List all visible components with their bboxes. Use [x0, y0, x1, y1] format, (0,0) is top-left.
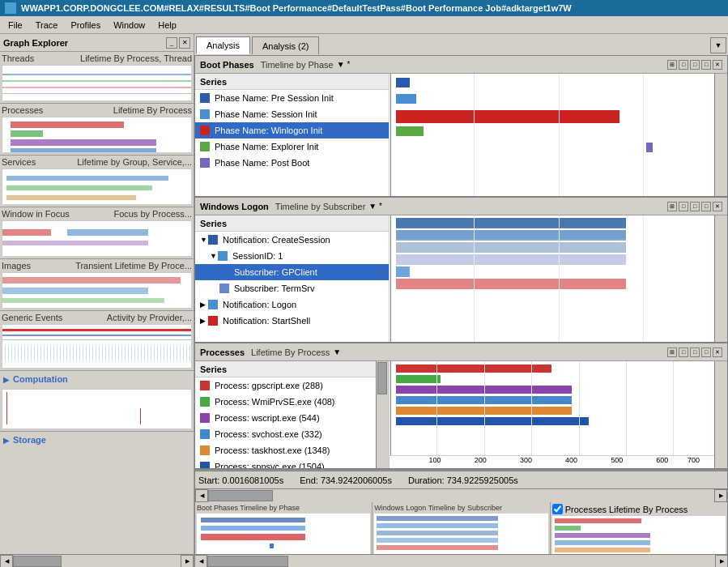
axis-400: 400 — [565, 456, 577, 464]
series-session-init[interactable]: Phase Name: Session Init — [195, 106, 389, 122]
storage-section-header[interactable]: ▶ Storage — [0, 432, 194, 448]
left-scroll-right[interactable]: ▶ — [181, 555, 194, 568]
left-panel-close[interactable]: ✕ — [179, 37, 190, 49]
wl-gpclient[interactable]: Subscriber: GPClient — [195, 264, 389, 280]
threads-graph[interactable] — [2, 65, 192, 101]
generic-events-graph[interactable] — [2, 324, 192, 369]
graph-panel-window-focus: Window in Focus Focus by Process... — [0, 207, 194, 259]
proc-svchost[interactable]: Process: svchost.exe (332) — [195, 426, 389, 442]
wl-ctrl4[interactable]: □ — [701, 202, 711, 211]
tab-analysis-2[interactable]: Analysis (2) — [252, 36, 319, 54]
proc-ctrl2[interactable]: □ — [679, 347, 688, 357]
minimap-scroll-thumb[interactable] — [207, 556, 288, 567]
chart-scroll-right[interactable]: ▶ — [714, 489, 727, 502]
termsrv-color — [219, 284, 229, 293]
chart-scroll-track[interactable] — [208, 489, 714, 502]
menu-trace[interactable]: Trace — [29, 19, 65, 32]
bp-ctrl3[interactable]: □ — [690, 60, 700, 70]
proc-ctrl4[interactable]: □ — [701, 347, 711, 357]
tab-action-btn[interactable]: ▼ — [710, 37, 726, 53]
status-duration: Duration: 734.9225925005s — [408, 475, 518, 485]
proc-series-scroll-thumb[interactable] — [377, 362, 387, 394]
tab-analysis[interactable]: Analysis — [196, 36, 250, 54]
proc-taskhost[interactable]: Process: taskhost.exe (1348) — [195, 442, 389, 458]
session-id-arrow[interactable]: ▼ — [210, 252, 218, 260]
left-panel-scrollbar[interactable]: ◀ ▶ — [0, 554, 194, 567]
bp-ctrl2[interactable]: □ — [679, 60, 688, 70]
axis-300: 300 — [520, 456, 532, 464]
wl-ctrl5[interactable]: ✕ — [713, 202, 722, 211]
minimap-scroll-right[interactable]: ▶ — [715, 555, 728, 568]
series-winlogon[interactable]: Phase Name: Winlogon Init — [195, 122, 389, 139]
proc-sppsvc[interactable]: Process: sppsvc.exe (1504) — [195, 458, 389, 468]
wl-logon[interactable]: ▶ Notification: Logon — [195, 296, 389, 313]
minimap-scrollbar[interactable]: ◀ ▶ — [194, 554, 728, 567]
left-scroll-left[interactable]: ◀ — [0, 555, 13, 568]
proc-ctrl5[interactable]: ✕ — [713, 347, 722, 357]
series-explorer-init[interactable]: Phase Name: Explorer Init — [195, 139, 389, 155]
services-graph[interactable] — [2, 168, 192, 205]
boot-phases-subtitle: Timeline by Phase — [261, 60, 334, 70]
series-post-boot[interactable]: Phase Name: Post Boot — [195, 155, 389, 171]
wl-ctrl1[interactable]: ⊞ — [667, 202, 677, 211]
storage-label: Storage — [13, 435, 46, 445]
window-focus-graph[interactable] — [2, 220, 192, 257]
minimap-proc-checkbox[interactable] — [552, 504, 563, 514]
windows-logon-vscroll[interactable] — [714, 215, 727, 342]
chart-scroll-thumb[interactable] — [208, 490, 273, 501]
proc-wmiprvse[interactable]: Process: WmiPrvSE.exe (408) — [195, 394, 389, 410]
startshell-arrow[interactable]: ▶ — [200, 317, 208, 325]
logon-arrow[interactable]: ▶ — [200, 301, 208, 309]
bp-ctrl5[interactable]: ✕ — [713, 60, 722, 70]
left-panel-minimize[interactable]: _ — [166, 37, 177, 49]
proc-gpscript[interactable]: Process: gpscript.exe (288) — [195, 377, 389, 394]
processes-vscroll[interactable] — [714, 361, 727, 468]
minimap-scroll-track[interactable] — [207, 555, 715, 568]
logon-label: Notification: Logon — [223, 300, 384, 309]
proc-ctrl1[interactable]: ⊞ — [667, 347, 677, 357]
wmiprvse-label: Process: WmiPrvSE.exe (408) — [215, 397, 384, 407]
menu-help[interactable]: Help — [151, 19, 183, 32]
wl-create-session[interactable]: ▼ Notification: CreateSession — [195, 232, 389, 248]
bp-ctrl4[interactable]: □ — [701, 60, 711, 70]
left-scroll-thumb[interactable] — [13, 556, 62, 567]
wl-session-id[interactable]: ▼ SessionID: 1 — [195, 248, 389, 264]
bp-ctrl1[interactable]: ⊞ — [667, 60, 677, 70]
wl-ctrl2[interactable]: □ — [679, 202, 688, 211]
computation-expand-icon: ▶ — [3, 375, 10, 384]
boot-phases-title: Boot Phases — [200, 60, 254, 70]
chart-hscrollbar[interactable]: ◀ ▶ — [195, 488, 727, 501]
main-container: Graph Explorer _ ✕ Threads Lifetime By P… — [0, 34, 728, 567]
boot-phases-controls: ⊞ □ □ □ ✕ — [667, 60, 722, 70]
proc-wscript[interactable]: Process: wscript.exe (544) — [195, 410, 389, 426]
proc-ctrl3[interactable]: □ — [690, 347, 700, 357]
left-scroll-area[interactable]: Threads Lifetime By Process, Thread Proc… — [0, 52, 194, 554]
boot-phases-body: Series Phase Name: Pre Session Init Phas… — [195, 74, 727, 196]
processes-series-list: Series Process: gpscript.exe (288) Proce… — [195, 361, 390, 468]
images-graph[interactable] — [2, 272, 192, 309]
processes-controls: ⊞ □ □ □ ✕ — [667, 347, 722, 357]
wl-termsrv[interactable]: Subscriber: TermSrv — [195, 280, 389, 296]
chart-scroll-left[interactable]: ◀ — [195, 489, 208, 502]
wl-startshell[interactable]: ▶ Notification: StartShell — [195, 313, 389, 329]
wl-ctrl3[interactable]: □ — [690, 202, 700, 211]
processes-chart[interactable]: 100 200 300 400 500 600 700 — [390, 361, 727, 468]
left-panel: Graph Explorer _ ✕ Threads Lifetime By P… — [0, 34, 194, 567]
series-pre-session[interactable]: Phase Name: Pre Session Init — [195, 90, 389, 106]
processes-body: Series Process: gpscript.exe (288) Proce… — [195, 361, 727, 468]
boot-phases-vscroll[interactable] — [714, 74, 727, 196]
processes-graph[interactable] — [2, 117, 192, 153]
computation-graph[interactable] — [2, 389, 192, 429]
pre-session-color — [200, 93, 210, 103]
windows-logon-subtitle: Timeline by Subscriber — [275, 202, 365, 211]
menu-profiles[interactable]: Profiles — [64, 19, 107, 32]
minimap-scroll-left[interactable]: ◀ — [194, 555, 207, 568]
windows-logon-chart[interactable] — [390, 215, 727, 342]
menu-file[interactable]: File — [2, 19, 29, 32]
left-scroll-track[interactable] — [13, 555, 181, 568]
create-session-arrow[interactable]: ▼ — [200, 236, 208, 244]
computation-section-header[interactable]: ▶ Computation — [0, 371, 194, 387]
menu-window[interactable]: Window — [107, 19, 151, 32]
boot-phases-chart[interactable] — [390, 74, 727, 196]
proc-series-vscroll[interactable] — [376, 361, 389, 468]
